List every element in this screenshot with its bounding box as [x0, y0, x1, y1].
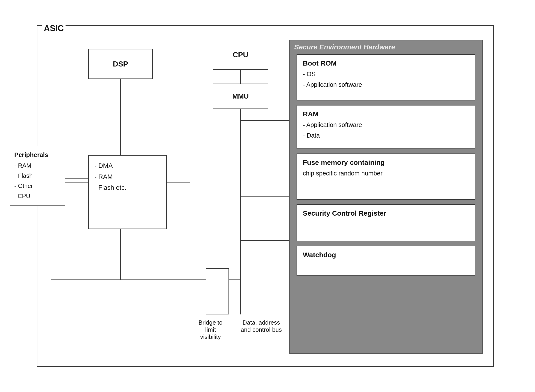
- dsp-box: DSP: [88, 49, 153, 79]
- watchdog-title: Watchdog: [303, 251, 469, 259]
- boot-rom-title: Boot ROM: [303, 59, 469, 67]
- peripherals-content: Peripherals - RAM - Flash - Other CPU: [14, 150, 60, 201]
- dma-box: - DMA - RAM - Flash etc.: [88, 155, 167, 229]
- bridge-box: [206, 268, 229, 314]
- asic-label: ASIC: [42, 23, 65, 33]
- secure-env-label: Secure Environment Hardware: [294, 43, 395, 51]
- fuse-line2: chip specific random number: [303, 168, 469, 179]
- mmu-label: MMU: [232, 92, 249, 100]
- ram-secure-box: RAM - Application software - Data: [297, 105, 475, 149]
- peripherals-line3: - Other: [14, 181, 60, 191]
- peripherals-box: Peripherals - RAM - Flash - Other CPU: [10, 146, 65, 206]
- boot-rom-line1: - OS: [303, 69, 469, 80]
- fuse-title: Fuse memory containing: [303, 159, 469, 166]
- bus-label: Data, addressand control bus: [233, 319, 289, 333]
- scr-title: Security Control Register: [303, 209, 469, 217]
- peripherals-line4: CPU: [14, 191, 60, 201]
- diagram-page: ASIC: [14, 11, 521, 381]
- bus-label-text: Data, addressand control bus: [241, 319, 282, 333]
- boot-rom-content: - OS - Application software: [303, 69, 469, 90]
- fuse-memory-box: Fuse memory containing chip specific ran…: [297, 154, 475, 200]
- bridge-label: Bridge tolimitvisibility: [187, 319, 233, 341]
- watchdog-box: Watchdog: [297, 246, 475, 276]
- mmu-box: MMU: [213, 84, 268, 109]
- dma-content: - DMA - RAM - Flash etc.: [94, 160, 160, 193]
- dma-line3: - Flash etc.: [94, 182, 160, 193]
- dma-line2: - RAM: [94, 171, 160, 182]
- peripherals-line2: - Flash: [14, 171, 60, 181]
- secure-env-box: Secure Environment Hardware Boot ROM - O…: [289, 40, 483, 354]
- asic-box: ASIC: [37, 25, 494, 367]
- dma-line1: - DMA: [94, 160, 160, 171]
- ram-secure-title: RAM: [303, 110, 469, 118]
- ram-line2: - Data: [303, 131, 469, 141]
- fuse-content: chip specific random number: [303, 168, 469, 179]
- scr-box: Security Control Register: [297, 204, 475, 241]
- peripherals-line1: - RAM: [14, 160, 60, 171]
- boot-rom-box: Boot ROM - OS - Application software: [297, 54, 475, 100]
- dsp-label: DSP: [113, 60, 128, 68]
- cpu-label: CPU: [233, 51, 248, 59]
- peripherals-title: Peripherals: [14, 150, 60, 160]
- boot-rom-line2: - Application software: [303, 80, 469, 90]
- ram-line1: - Application software: [303, 120, 469, 131]
- cpu-box: CPU: [213, 40, 268, 70]
- bridge-label-text: Bridge tolimitvisibility: [199, 319, 223, 340]
- ram-secure-content: - Application software - Data: [303, 120, 469, 141]
